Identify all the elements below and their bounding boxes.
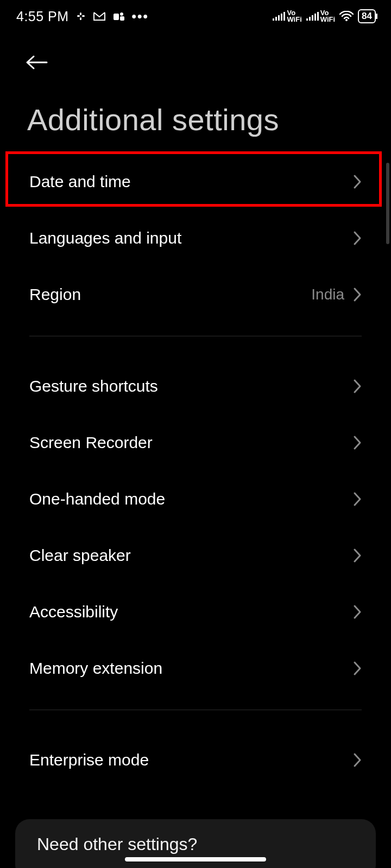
row-gesture-shortcuts[interactable]: Gesture shortcuts — [0, 358, 391, 414]
chevron-right-icon — [353, 435, 362, 450]
svg-rect-4 — [113, 14, 119, 20]
status-bar: 4:55 PM ••• VoWiFi VoWiFi 84 — [0, 0, 391, 33]
gmail-icon — [93, 11, 106, 21]
row-languages-input[interactable]: Languages and input — [0, 210, 391, 266]
svg-rect-10 — [281, 14, 282, 21]
battery-icon: 84 — [358, 9, 376, 23]
signal-1-icon: VoWiFi — [273, 10, 301, 23]
row-memory-extension[interactable]: Memory extension — [0, 640, 391, 697]
signal-2-icon: VoWiFi — [306, 10, 335, 23]
row-label: Enterprise mode — [29, 751, 149, 769]
chevron-right-icon — [353, 661, 362, 676]
svg-rect-6 — [120, 16, 124, 21]
chevron-right-icon — [353, 548, 362, 563]
wifi-icon — [339, 11, 354, 22]
chevron-right-icon — [353, 287, 362, 302]
status-time: 4:55 PM — [16, 9, 69, 24]
svg-rect-7 — [273, 18, 274, 21]
row-label: One-handed mode — [29, 490, 165, 508]
status-left: 4:55 PM ••• — [16, 9, 149, 24]
svg-point-5 — [120, 12, 123, 16]
navigation-handle[interactable] — [125, 857, 266, 861]
chevron-right-icon — [353, 752, 362, 768]
teams-icon — [112, 11, 125, 22]
row-label: Region — [29, 285, 81, 304]
svg-rect-16 — [317, 12, 319, 21]
row-one-handed-mode[interactable]: One-handed mode — [0, 471, 391, 527]
row-label: Accessibility — [29, 603, 118, 621]
row-label: Screen Recorder — [29, 433, 153, 452]
more-notifications-icon: ••• — [132, 9, 149, 24]
row-value: India — [311, 286, 344, 303]
svg-rect-9 — [278, 15, 280, 21]
svg-rect-2 — [80, 12, 81, 15]
svg-rect-13 — [309, 17, 311, 21]
scrollbar[interactable] — [386, 163, 389, 244]
page-title: Additional settings — [25, 76, 391, 154]
row-label: Languages and input — [29, 229, 181, 247]
slack-icon — [75, 11, 86, 22]
row-enterprise-mode[interactable]: Enterprise mode — [0, 732, 391, 788]
chevron-right-icon — [353, 604, 362, 620]
chevron-right-icon — [353, 492, 362, 507]
row-label: Gesture shortcuts — [29, 377, 158, 395]
row-region[interactable]: Region India — [0, 266, 391, 323]
svg-rect-12 — [306, 18, 308, 21]
chevron-right-icon — [353, 174, 362, 189]
status-right: VoWiFi VoWiFi 84 — [273, 9, 376, 23]
svg-point-17 — [345, 19, 348, 21]
svg-rect-1 — [82, 15, 85, 17]
settings-list: Date and time Languages and input Region… — [0, 154, 391, 788]
row-accessibility[interactable]: Accessibility — [0, 584, 391, 640]
row-label: Date and time — [29, 173, 131, 191]
svg-rect-8 — [275, 17, 277, 21]
chevron-right-icon — [353, 379, 362, 394]
svg-rect-11 — [283, 12, 285, 21]
row-screen-recorder[interactable]: Screen Recorder — [0, 414, 391, 471]
chevron-right-icon — [353, 231, 362, 246]
section-divider — [29, 710, 362, 710]
svg-rect-3 — [80, 17, 81, 20]
svg-rect-14 — [312, 15, 313, 21]
back-button[interactable] — [25, 49, 52, 76]
row-date-time[interactable]: Date and time — [0, 154, 391, 210]
row-clear-speaker[interactable]: Clear speaker — [0, 527, 391, 584]
row-label: Memory extension — [29, 659, 162, 678]
section-divider — [29, 336, 362, 336]
svg-rect-0 — [77, 15, 80, 17]
other-settings-text: Need other settings? — [37, 834, 354, 854]
header: Additional settings — [0, 33, 391, 154]
row-label: Clear speaker — [29, 546, 131, 565]
svg-rect-15 — [314, 14, 316, 21]
